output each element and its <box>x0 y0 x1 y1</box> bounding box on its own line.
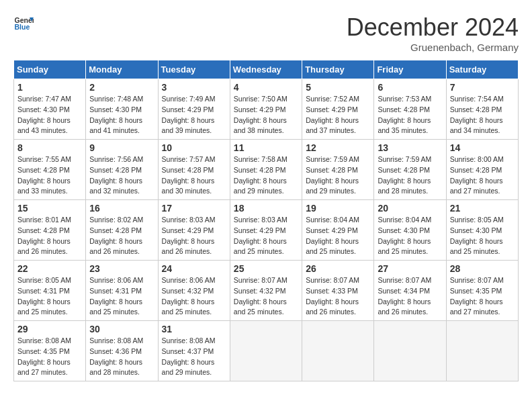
day-cell: 4 Sunrise: 7:50 AM Sunset: 4:29 PM Dayli… <box>230 79 302 140</box>
day-info: Sunrise: 7:58 AM Sunset: 4:28 PM Dayligh… <box>234 154 298 197</box>
day-number: 14 <box>450 142 515 153</box>
day-cell: 9 Sunrise: 7:56 AM Sunset: 4:28 PM Dayli… <box>86 140 158 200</box>
day-cell: 27 Sunrise: 8:07 AM Sunset: 4:34 PM Dayl… <box>374 261 446 321</box>
day-number: 10 <box>162 142 226 153</box>
day-cell: 17 Sunrise: 8:03 AM Sunset: 4:29 PM Dayl… <box>158 200 230 261</box>
day-info: Sunrise: 7:48 AM Sunset: 4:30 PM Dayligh… <box>89 94 154 136</box>
calendar-header-row: Sunday Monday Tuesday Wednesday Thursday… <box>14 60 519 79</box>
day-number: 27 <box>378 263 442 274</box>
day-cell: 2 Sunrise: 7:48 AM Sunset: 4:30 PM Dayli… <box>86 79 158 140</box>
day-number: 26 <box>306 263 370 274</box>
day-cell: 15 Sunrise: 8:01 AM Sunset: 4:28 PM Dayl… <box>14 200 86 261</box>
day-info: Sunrise: 8:04 AM Sunset: 4:29 PM Dayligh… <box>306 215 370 257</box>
day-cell: 19 Sunrise: 8:04 AM Sunset: 4:29 PM Dayl… <box>302 200 374 261</box>
day-info: Sunrise: 7:47 AM Sunset: 4:30 PM Dayligh… <box>17 94 82 136</box>
day-info: Sunrise: 7:54 AM Sunset: 4:28 PM Dayligh… <box>450 94 515 136</box>
day-number: 12 <box>306 142 370 153</box>
day-info: Sunrise: 8:06 AM Sunset: 4:31 PM Dayligh… <box>89 275 154 318</box>
col-saturday: Saturday <box>446 60 518 79</box>
day-info: Sunrise: 7:50 AM Sunset: 4:29 PM Dayligh… <box>234 94 298 136</box>
day-info: Sunrise: 8:07 AM Sunset: 4:32 PM Dayligh… <box>234 275 298 318</box>
day-cell: 16 Sunrise: 8:02 AM Sunset: 4:28 PM Dayl… <box>86 200 158 261</box>
col-wednesday: Wednesday <box>230 60 302 79</box>
calendar-week-row: 1 Sunrise: 7:47 AM Sunset: 4:30 PM Dayli… <box>14 79 519 140</box>
empty-cell <box>374 321 446 381</box>
day-number: 28 <box>450 263 515 274</box>
day-info: Sunrise: 8:03 AM Sunset: 4:29 PM Dayligh… <box>162 215 226 257</box>
day-number: 2 <box>89 82 154 93</box>
day-number: 8 <box>17 142 82 153</box>
day-number: 22 <box>17 263 82 274</box>
empty-cell <box>302 321 374 381</box>
day-number: 19 <box>306 203 370 214</box>
day-number: 31 <box>162 324 226 334</box>
day-info: Sunrise: 7:55 AM Sunset: 4:28 PM Dayligh… <box>17 154 82 197</box>
page-header: General Blue December 2024 Gruenenbach, … <box>13 13 519 53</box>
calendar-week-row: 8 Sunrise: 7:55 AM Sunset: 4:28 PM Dayli… <box>14 140 519 200</box>
day-info: Sunrise: 7:56 AM Sunset: 4:28 PM Dayligh… <box>89 154 154 197</box>
day-cell: 24 Sunrise: 8:06 AM Sunset: 4:32 PM Dayl… <box>158 261 230 321</box>
day-cell: 10 Sunrise: 7:57 AM Sunset: 4:28 PM Dayl… <box>158 140 230 200</box>
day-cell: 14 Sunrise: 8:00 AM Sunset: 4:28 PM Dayl… <box>446 140 518 200</box>
day-number: 6 <box>378 82 442 93</box>
day-cell: 8 Sunrise: 7:55 AM Sunset: 4:28 PM Dayli… <box>14 140 86 200</box>
col-friday: Friday <box>374 60 446 79</box>
day-number: 15 <box>17 203 82 214</box>
day-cell: 20 Sunrise: 8:04 AM Sunset: 4:30 PM Dayl… <box>374 200 446 261</box>
day-cell: 12 Sunrise: 7:59 AM Sunset: 4:28 PM Dayl… <box>302 140 374 200</box>
day-cell: 11 Sunrise: 7:58 AM Sunset: 4:28 PM Dayl… <box>230 140 302 200</box>
day-info: Sunrise: 8:08 AM Sunset: 4:37 PM Dayligh… <box>162 336 226 378</box>
title-section: December 2024 Gruenenbach, Germany <box>347 13 519 53</box>
day-cell: 23 Sunrise: 8:06 AM Sunset: 4:31 PM Dayl… <box>86 261 158 321</box>
day-number: 30 <box>89 324 154 334</box>
day-info: Sunrise: 8:05 AM Sunset: 4:30 PM Dayligh… <box>450 215 515 257</box>
day-info: Sunrise: 7:59 AM Sunset: 4:28 PM Dayligh… <box>306 154 370 197</box>
day-number: 18 <box>234 203 298 214</box>
day-number: 9 <box>89 142 154 153</box>
day-number: 3 <box>162 82 226 93</box>
empty-cell <box>446 321 518 381</box>
day-number: 4 <box>234 82 298 93</box>
day-info: Sunrise: 8:08 AM Sunset: 4:36 PM Dayligh… <box>89 336 154 378</box>
day-number: 13 <box>378 142 442 153</box>
calendar-week-row: 22 Sunrise: 8:05 AM Sunset: 4:31 PM Dayl… <box>14 261 519 321</box>
day-info: Sunrise: 8:04 AM Sunset: 4:30 PM Dayligh… <box>378 215 442 257</box>
day-info: Sunrise: 7:59 AM Sunset: 4:28 PM Dayligh… <box>378 154 442 197</box>
calendar-week-row: 15 Sunrise: 8:01 AM Sunset: 4:28 PM Dayl… <box>14 200 519 261</box>
day-number: 7 <box>450 82 515 93</box>
day-number: 11 <box>234 142 298 153</box>
day-number: 25 <box>234 263 298 274</box>
day-number: 20 <box>378 203 442 214</box>
day-cell: 21 Sunrise: 8:05 AM Sunset: 4:30 PM Dayl… <box>446 200 518 261</box>
day-cell: 28 Sunrise: 8:07 AM Sunset: 4:35 PM Dayl… <box>446 261 518 321</box>
day-cell: 1 Sunrise: 7:47 AM Sunset: 4:30 PM Dayli… <box>14 79 86 140</box>
calendar-table: Sunday Monday Tuesday Wednesday Thursday… <box>13 60 519 381</box>
col-thursday: Thursday <box>302 60 374 79</box>
day-number: 16 <box>89 203 154 214</box>
col-tuesday: Tuesday <box>158 60 230 79</box>
day-info: Sunrise: 8:08 AM Sunset: 4:35 PM Dayligh… <box>17 336 82 378</box>
day-number: 17 <box>162 203 226 214</box>
day-info: Sunrise: 8:01 AM Sunset: 4:28 PM Dayligh… <box>17 215 82 257</box>
month-title: December 2024 <box>347 13 519 42</box>
day-cell: 29 Sunrise: 8:08 AM Sunset: 4:35 PM Dayl… <box>14 321 86 381</box>
empty-cell <box>230 321 302 381</box>
day-cell: 13 Sunrise: 7:59 AM Sunset: 4:28 PM Dayl… <box>374 140 446 200</box>
day-info: Sunrise: 7:52 AM Sunset: 4:29 PM Dayligh… <box>306 94 370 136</box>
day-number: 23 <box>89 263 154 274</box>
svg-text:Blue: Blue <box>15 23 30 31</box>
day-number: 21 <box>450 203 515 214</box>
day-cell: 31 Sunrise: 8:08 AM Sunset: 4:37 PM Dayl… <box>158 321 230 381</box>
day-info: Sunrise: 8:06 AM Sunset: 4:32 PM Dayligh… <box>162 275 226 318</box>
day-cell: 30 Sunrise: 8:08 AM Sunset: 4:36 PM Dayl… <box>86 321 158 381</box>
day-cell: 18 Sunrise: 8:03 AM Sunset: 4:29 PM Dayl… <box>230 200 302 261</box>
calendar-week-row: 29 Sunrise: 8:08 AM Sunset: 4:35 PM Dayl… <box>14 321 519 381</box>
day-info: Sunrise: 7:53 AM Sunset: 4:28 PM Dayligh… <box>378 94 442 136</box>
day-cell: 26 Sunrise: 8:07 AM Sunset: 4:33 PM Dayl… <box>302 261 374 321</box>
day-number: 24 <box>162 263 226 274</box>
day-info: Sunrise: 8:03 AM Sunset: 4:29 PM Dayligh… <box>234 215 298 257</box>
day-cell: 5 Sunrise: 7:52 AM Sunset: 4:29 PM Dayli… <box>302 79 374 140</box>
day-number: 5 <box>306 82 370 93</box>
day-number: 1 <box>17 82 82 93</box>
day-info: Sunrise: 7:57 AM Sunset: 4:28 PM Dayligh… <box>162 154 226 197</box>
